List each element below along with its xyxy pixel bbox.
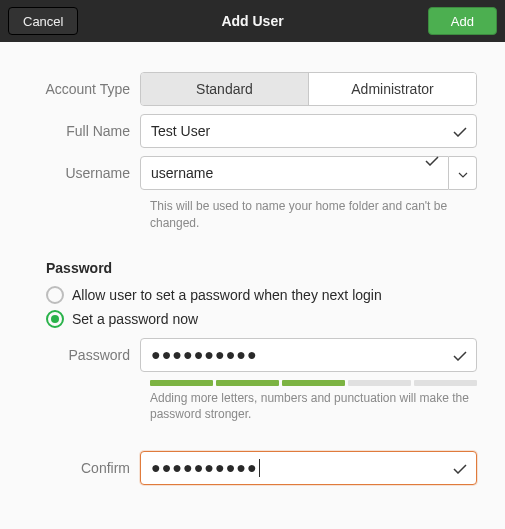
chevron-down-icon <box>458 164 468 182</box>
username-input[interactable] <box>140 156 449 190</box>
password-section-title: Password <box>46 260 477 276</box>
radio-next-login-label: Allow user to set a password when they n… <box>72 287 382 303</box>
strength-segment <box>348 380 411 386</box>
add-button[interactable]: Add <box>428 7 497 35</box>
full-name-row: Full Name <box>28 114 477 148</box>
strength-segment <box>216 380 279 386</box>
cancel-button[interactable]: Cancel <box>8 7 78 35</box>
dialog-content: Account Type Standard Administrator Full… <box>0 42 505 485</box>
username-dropdown-button[interactable] <box>449 156 477 190</box>
password-strength-meter <box>150 380 477 386</box>
password-label: Password <box>28 347 140 363</box>
username-hint: This will be used to name your home fold… <box>150 198 477 232</box>
password-strength-hint: Adding more letters, numbers and punctua… <box>150 390 477 424</box>
confirm-row: Confirm ●●●●●●●●●● <box>28 451 477 485</box>
strength-segment <box>282 380 345 386</box>
radio-set-now-label: Set a password now <box>72 311 198 327</box>
standard-option[interactable]: Standard <box>141 73 309 105</box>
radio-icon <box>46 310 64 328</box>
username-row: Username <box>28 156 477 190</box>
text-cursor <box>259 459 260 477</box>
strength-segment <box>150 380 213 386</box>
account-type-label: Account Type <box>28 81 140 97</box>
dialog-header: Cancel Add User Add <box>0 0 505 42</box>
password-input[interactable]: ●●●●●●●●●● <box>140 338 477 372</box>
radio-next-login[interactable]: Allow user to set a password when they n… <box>46 286 477 304</box>
radio-set-now[interactable]: Set a password now <box>46 310 477 328</box>
account-type-toggle: Standard Administrator <box>140 72 477 106</box>
strength-segment <box>414 380 477 386</box>
full-name-input[interactable] <box>140 114 477 148</box>
administrator-option[interactable]: Administrator <box>309 73 476 105</box>
username-label: Username <box>28 165 140 181</box>
confirm-input[interactable]: ●●●●●●●●●● <box>140 451 477 485</box>
radio-icon <box>46 286 64 304</box>
confirm-label: Confirm <box>28 460 140 476</box>
password-row: Password ●●●●●●●●●● <box>28 338 477 372</box>
account-type-row: Account Type Standard Administrator <box>28 72 477 106</box>
full-name-label: Full Name <box>28 123 140 139</box>
